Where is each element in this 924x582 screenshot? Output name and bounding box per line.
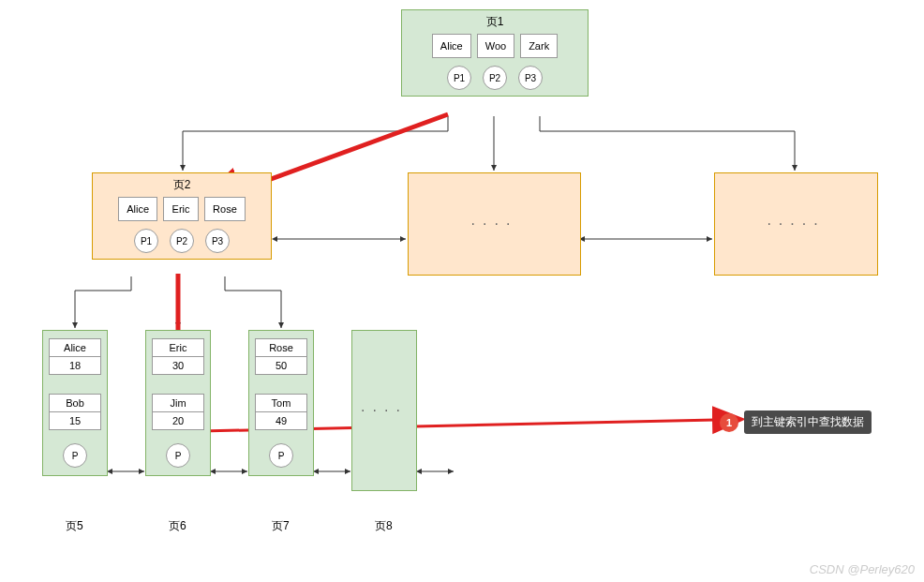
root-ptr: P2 <box>483 66 507 90</box>
root-key: Alice <box>432 34 471 58</box>
level2-title: 页2 <box>93 173 271 197</box>
leaf-page: Alice 18 Bob 15 P <box>42 330 108 476</box>
leaf-record: Jim 20 <box>152 394 204 430</box>
leaf-record: Tom 49 <box>255 394 307 430</box>
record-value: 30 <box>152 357 204 375</box>
record-name: Rose <box>255 338 307 357</box>
root-title: 页1 <box>402 10 588 34</box>
leaf-label: 页6 <box>169 518 186 534</box>
record-name: Alice <box>49 338 101 357</box>
record-name: Jim <box>152 394 204 412</box>
root-key: Woo <box>477 34 514 58</box>
level2-placeholder: ····· <box>714 172 878 276</box>
record-value: 20 <box>152 412 204 430</box>
record-value: 18 <box>49 357 101 375</box>
annotation-number: 1 <box>720 413 738 432</box>
record-name: Tom <box>255 394 307 412</box>
level2-key: Alice <box>118 197 157 221</box>
leaf-record: Bob 15 <box>49 394 101 430</box>
leaf-record: Eric 30 <box>152 338 204 375</box>
leaf-ptr: P <box>269 443 293 468</box>
level2-ptr: P1 <box>134 229 158 253</box>
leaf-ptr: P <box>166 443 190 468</box>
leaf-ptr: P <box>63 443 87 468</box>
leaf-page: Eric 30 Jim 20 P <box>145 330 211 476</box>
level2-ptr: P2 <box>170 229 194 253</box>
ellipsis: ···· <box>358 338 410 483</box>
level2-ptr: P3 <box>205 229 230 253</box>
leaf-page-placeholder: ···· <box>351 330 417 491</box>
root-page: 页1 Alice Woo Zark P1 P2 P3 <box>401 9 589 97</box>
leaf-record: Rose 50 <box>255 338 307 375</box>
root-ptr: P3 <box>518 66 543 90</box>
level2-placeholder: ···· <box>408 172 581 276</box>
record-value: 50 <box>255 357 307 375</box>
annotation-text: 到主键索引中查找数据 <box>744 410 872 434</box>
record-value: 49 <box>255 412 307 430</box>
level2-page: 页2 Alice Eric Rose P1 P2 P3 <box>92 172 272 260</box>
leaf-label: 页7 <box>272 518 290 534</box>
level2-key: Eric <box>163 197 199 221</box>
record-value: 15 <box>49 412 101 430</box>
leaf-page: Rose 50 Tom 49 P <box>248 330 314 476</box>
ellipsis: ···· <box>409 173 580 275</box>
root-key: Zark <box>520 34 558 58</box>
level2-key: Rose <box>204 197 246 221</box>
ellipsis: ····· <box>715 173 877 275</box>
leaf-record: Alice 18 <box>49 338 101 375</box>
record-name: Bob <box>49 394 101 412</box>
record-name: Eric <box>152 338 204 357</box>
leaf-label: 页5 <box>66 518 83 534</box>
watermark: CSDN @Perley620 <box>810 562 915 576</box>
annotation: 1 到主键索引中查找数据 <box>720 410 872 434</box>
leaf-label: 页8 <box>375 518 393 534</box>
root-ptr: P1 <box>447 66 471 90</box>
